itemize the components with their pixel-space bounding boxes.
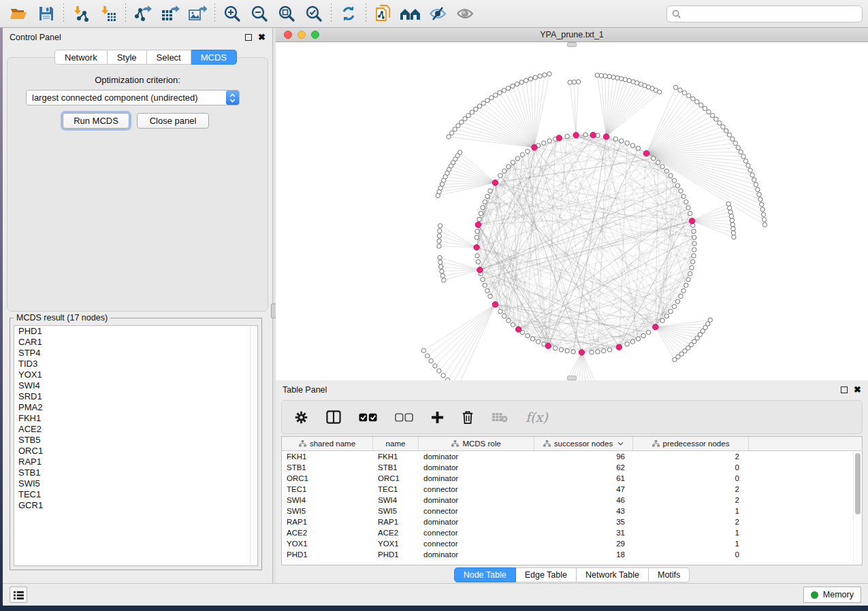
- mcds-result-item[interactable]: STB1: [14, 467, 257, 478]
- tab-motifs[interactable]: Motifs: [649, 567, 690, 582]
- mcds-result-item[interactable]: SWI4: [14, 380, 257, 391]
- import-table-button[interactable]: [95, 2, 122, 25]
- function-builder-button[interactable]: f(x): [526, 410, 548, 425]
- mcds-result-item[interactable]: SWI5: [14, 478, 257, 489]
- run-mcds-button[interactable]: Run MCDS: [63, 113, 129, 129]
- tab-network-table[interactable]: Network Table: [577, 567, 649, 582]
- trash-icon: [462, 410, 474, 425]
- close-panel-icon[interactable]: ✖: [258, 34, 266, 41]
- splitter-grip-icon[interactable]: [567, 42, 577, 47]
- mcds-result-item[interactable]: CAR1: [14, 337, 257, 348]
- show-task-history-button[interactable]: [10, 587, 27, 603]
- mcds-result-item[interactable]: RAP1: [14, 457, 257, 467]
- table-cell: SWI5: [373, 507, 419, 515]
- show-all-networks-button[interactable]: [397, 2, 424, 25]
- toolbar-separator: [331, 3, 332, 24]
- zoom-fit-button[interactable]: [273, 2, 300, 25]
- save-session-button[interactable]: [33, 2, 60, 25]
- table-row[interactable]: ORC1ORC1dominator610: [282, 473, 862, 484]
- list-icon: [14, 591, 24, 599]
- tab-edge-table[interactable]: Edge Table: [516, 567, 577, 582]
- table-row[interactable]: SWI5SWI5connector431: [282, 506, 862, 516]
- tab-mcds[interactable]: MCDS: [191, 50, 237, 65]
- mcds-result-item[interactable]: ORC1: [14, 446, 257, 457]
- table-cell: ACE2: [282, 529, 373, 537]
- table-row[interactable]: TEC1TEC1connector472: [282, 484, 862, 495]
- splitter-grip-icon[interactable]: [567, 376, 577, 380]
- column-header-name[interactable]: name: [373, 437, 419, 450]
- delete-table-button[interactable]: [492, 412, 508, 423]
- network-canvas[interactable]: [276, 42, 868, 380]
- table-row[interactable]: FKH1FKH1dominator962: [282, 451, 862, 462]
- save-session-icon: [38, 5, 54, 22]
- mcds-result-item[interactable]: GCR1: [14, 500, 257, 511]
- mcds-result-item[interactable]: PMA2: [14, 402, 257, 413]
- mcds-result-list[interactable]: PHD1CAR1STP4TID3YOX1SWI4SRD1PMA2FKH1ACE2…: [14, 325, 258, 566]
- search-field[interactable]: [666, 5, 863, 22]
- toolbar-separator: [63, 3, 64, 24]
- column-header-shared-name[interactable]: shared name: [282, 437, 373, 450]
- export-table-icon: [161, 5, 180, 22]
- mcds-result-item[interactable]: YOX1: [14, 369, 257, 380]
- optimization-criterion-select[interactable]: largest connected component (undirected): [26, 90, 240, 105]
- create-column-button[interactable]: [431, 411, 444, 424]
- tab-select[interactable]: Select: [147, 50, 191, 65]
- mcds-result-item[interactable]: FKH1: [14, 413, 257, 424]
- tab-style[interactable]: Style: [108, 50, 147, 65]
- mcds-result-item[interactable]: TID3: [14, 359, 257, 369]
- network-window-titlebar[interactable]: YPA_prune.txt_1: [276, 28, 868, 42]
- column-header-MCDS-role[interactable]: MCDS role: [419, 437, 534, 450]
- table-scrollbar-thumb[interactable]: [855, 453, 861, 514]
- mcds-result-item[interactable]: STP4: [14, 348, 257, 359]
- network-view-panel: YPA_prune.txt_1: [276, 28, 868, 380]
- open-file-button[interactable]: [5, 2, 33, 25]
- mcds-list-scrollbar[interactable]: [250, 326, 257, 565]
- close-panel-icon[interactable]: ✖: [854, 386, 861, 393]
- deselect-all-rows-button[interactable]: [395, 413, 413, 422]
- refresh-button[interactable]: [335, 2, 362, 25]
- share-network-button[interactable]: [370, 2, 397, 25]
- table-row[interactable]: YOX1YOX1connector291: [282, 538, 862, 549]
- mcds-result-item[interactable]: PHD1: [14, 326, 257, 337]
- close-panel-button[interactable]: Close panel: [137, 113, 209, 129]
- table-row[interactable]: ACE2ACE2connector311: [282, 527, 862, 538]
- tab-node-table[interactable]: Node Table: [454, 567, 516, 582]
- table-scrollbar[interactable]: [853, 452, 861, 564]
- delete-column-button[interactable]: [462, 410, 474, 425]
- search-input[interactable]: [684, 9, 857, 18]
- select-all-rows-button[interactable]: [359, 413, 377, 422]
- mcds-result-item[interactable]: SRD1: [14, 391, 257, 402]
- export-network-button[interactable]: [129, 2, 157, 25]
- zoom-in-button[interactable]: [219, 2, 246, 25]
- zoom-selected-button[interactable]: [300, 2, 327, 25]
- column-header-predecessor-nodes[interactable]: predecessor nodes: [633, 437, 749, 450]
- memory-button[interactable]: Memory: [803, 587, 861, 603]
- mcds-result-item[interactable]: TEC1: [14, 489, 257, 500]
- mcds-result-item[interactable]: ACE2: [14, 424, 257, 435]
- float-panel-icon[interactable]: [245, 34, 252, 41]
- tab-network[interactable]: Network: [54, 50, 108, 65]
- table-row[interactable]: RAP1RAP1dominator352: [282, 516, 862, 527]
- zoom-fit-icon: [278, 5, 295, 22]
- table-row[interactable]: PHD1PHD1dominator180: [282, 549, 862, 560]
- table-cell: SWI5: [282, 507, 373, 515]
- float-panel-icon[interactable]: [841, 386, 848, 393]
- search-icon: [672, 10, 681, 18]
- network-graph[interactable]: [276, 42, 868, 380]
- export-table-button[interactable]: [157, 2, 184, 25]
- table-row[interactable]: SWI4SWI4dominator462: [282, 495, 862, 506]
- toolbar-separator: [125, 3, 126, 24]
- toggle-panel-layout-button[interactable]: [326, 410, 341, 424]
- export-image-button[interactable]: [184, 2, 211, 25]
- table-row[interactable]: STB1STB1dominator620: [282, 462, 862, 473]
- column-type-icon: [299, 440, 306, 447]
- hide-details-button[interactable]: [424, 2, 451, 25]
- column-header-successor-nodes[interactable]: successor nodes: [534, 437, 633, 450]
- column-header-label: name: [386, 440, 406, 448]
- import-network-button[interactable]: [67, 2, 95, 25]
- table-cell: dominator: [419, 463, 534, 472]
- show-details-button[interactable]: [451, 2, 479, 25]
- column-settings-button[interactable]: [294, 410, 308, 425]
- zoom-out-button[interactable]: [246, 2, 273, 25]
- mcds-result-item[interactable]: STB5: [14, 435, 257, 446]
